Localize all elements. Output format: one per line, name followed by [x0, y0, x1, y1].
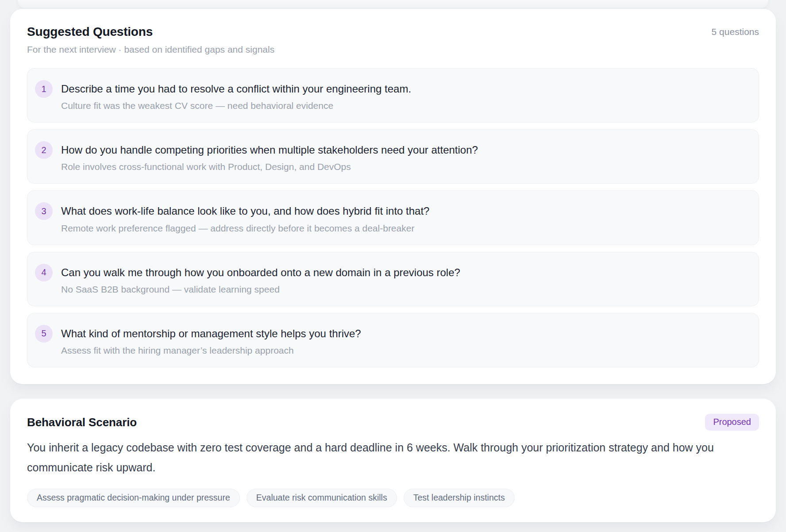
question-text-column: What kind of mentorship or management st…: [61, 324, 361, 356]
scenario-tag: Evaluate risk communication skills: [247, 489, 397, 507]
question-number-badge: 1: [35, 80, 53, 98]
question-number-badge: 5: [35, 325, 53, 343]
scenario-title: Behavioral Scenario: [27, 414, 137, 429]
page-title: Suggested Questions: [27, 25, 153, 39]
question-text: Describe a time you had to resolve a con…: [61, 80, 411, 96]
question-rationale-note: Culture fit was the weakest CV score — n…: [61, 100, 411, 111]
question-list-item[interactable]: 4 Can you walk me through how you onboar…: [27, 252, 759, 306]
question-list-item[interactable]: 5 What kind of mentorship or management …: [27, 313, 759, 367]
question-number-badge: 4: [35, 264, 53, 281]
scenario-description: You inherit a legacy codebase with zero …: [27, 438, 759, 478]
question-rationale-note: No SaaS B2B background — validate learni…: [61, 284, 460, 295]
question-count: 5 questions: [712, 25, 759, 37]
question-list-item[interactable]: 3 What does work-life balance look like …: [27, 190, 759, 245]
behavioral-scenario-header: Behavioral Scenario Proposed: [27, 414, 759, 431]
question-text: How do you handle competing priorities w…: [61, 141, 478, 157]
scenario-tag-row: Assess pragmatic decision-making under p…: [27, 489, 759, 507]
question-text: Can you walk me through how you onboarde…: [61, 263, 460, 279]
question-list: 1 Describe a time you had to resolve a c…: [27, 68, 759, 367]
question-rationale-note: Remote work preference flagged — address…: [61, 223, 429, 234]
suggested-questions-header: Suggested Questions 5 questions: [27, 25, 759, 39]
question-rationale-note: Role involves cross-functional work with…: [61, 162, 478, 172]
question-list-item[interactable]: 1 Describe a time you had to resolve a c…: [27, 68, 759, 123]
suggested-questions-card: Suggested Questions 5 questions For the …: [10, 9, 776, 384]
question-number-badge: 2: [35, 141, 53, 159]
question-text: What does work-life balance look like to…: [61, 202, 429, 218]
question-text-column: Describe a time you had to resolve a con…: [61, 80, 411, 111]
scenario-tag: Assess pragmatic decision-making under p…: [27, 489, 240, 507]
previous-card-bottom-edge: [18, 0, 768, 8]
behavioral-scenario-card: Behavioral Scenario Proposed You inherit…: [10, 399, 776, 522]
question-text-column: How do you handle competing priorities w…: [61, 141, 478, 172]
status-badge: Proposed: [705, 414, 759, 431]
question-list-item[interactable]: 2 How do you handle competing priorities…: [27, 129, 759, 184]
scenario-tag: Test leadership instincts: [404, 489, 515, 507]
question-text: What kind of mentorship or management st…: [61, 324, 361, 340]
question-number-badge: 3: [35, 202, 53, 220]
question-rationale-note: Assess fit with the hiring manager’s lea…: [61, 345, 361, 356]
question-text-column: Can you walk me through how you onboarde…: [61, 263, 460, 295]
card-subtitle: For the next interview · based on identi…: [27, 44, 759, 55]
question-text-column: What does work-life balance look like to…: [61, 202, 429, 233]
